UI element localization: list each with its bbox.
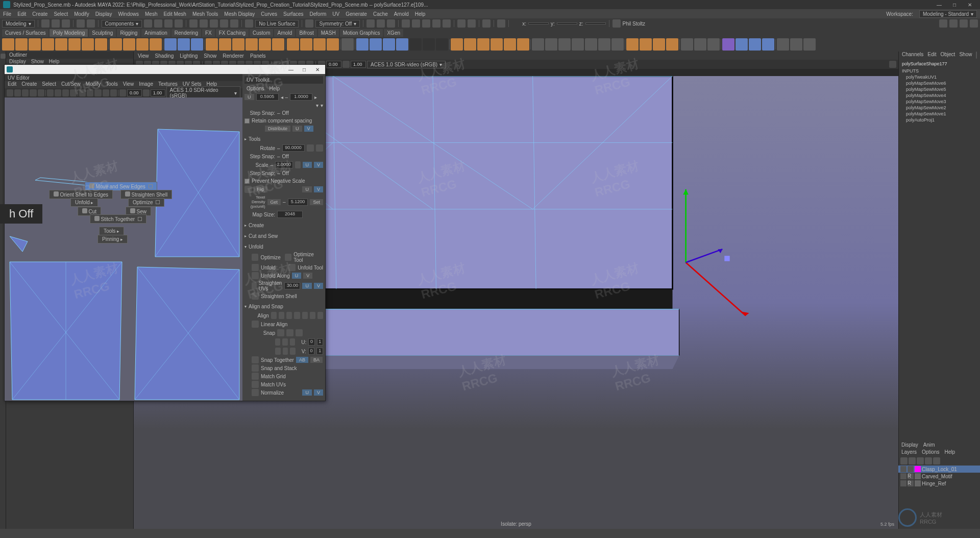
channel-close-icon[interactable] — [976, 52, 977, 59]
shelf-icon[interactable] — [423, 38, 435, 51]
menu-windows[interactable]: Windows — [118, 11, 139, 17]
menu-display[interactable]: Display — [95, 11, 112, 17]
create-section[interactable]: Create — [244, 221, 323, 230]
uvt-menu-item[interactable]: Help — [269, 86, 280, 91]
scale-icon[interactable] — [295, 161, 301, 168]
shelf-icon[interactable] — [558, 38, 571, 51]
shelf-tab[interactable]: Bifrost — [296, 29, 316, 37]
layer-visibility-toggle[interactable] — [900, 466, 906, 472]
uv-tool-icon[interactable] — [62, 89, 69, 96]
ipr-icon[interactable] — [422, 19, 430, 28]
sym-icon[interactable] — [305, 19, 313, 28]
shelf-tab[interactable]: Arnold — [274, 29, 295, 37]
toolbar-right-4[interactable] — [970, 19, 978, 28]
unfold-u-button[interactable]: U — [292, 273, 302, 279]
live-surface-dropdown[interactable]: No Live Surface — [255, 20, 299, 28]
uv-tool-icon[interactable] — [14, 89, 21, 96]
channel-input[interactable]: polyMapSewMove3 — [902, 99, 977, 105]
straighten-shell-button[interactable]: Straighten Shell — [261, 294, 297, 299]
shelf-tab[interactable]: Poly Modeling — [50, 29, 88, 37]
shelf-icon[interactable] — [545, 38, 557, 51]
shelf-icon[interactable] — [178, 38, 190, 51]
shelf-icon[interactable] — [666, 38, 678, 51]
layout-icon-2[interactable] — [468, 19, 476, 28]
tb-icon-c[interactable] — [387, 19, 395, 28]
shelf-icon[interactable] — [2, 38, 14, 51]
layer-row[interactable]: R Hinge_Ref — [898, 480, 980, 487]
shelf-icon[interactable] — [611, 38, 624, 51]
uv-exposure[interactable]: 0.00 — [127, 89, 142, 96]
snap-icon[interactable] — [286, 329, 293, 336]
channel-tab[interactable]: Show — [959, 52, 972, 59]
vp-menu-item[interactable]: View — [138, 53, 149, 59]
z-field[interactable] — [585, 22, 606, 25]
maximize-button[interactable]: □ — [947, 1, 962, 8]
str-v-button[interactable]: V — [314, 283, 323, 289]
menu-create[interactable]: Create — [32, 11, 47, 17]
uv-menu-item[interactable]: Cut/Sew — [61, 81, 81, 88]
optimize-button[interactable]: Optimize — [260, 255, 280, 260]
uv-tool-icon[interactable] — [38, 89, 44, 96]
straighten-uvs-button[interactable]: Straighten UVs — [259, 280, 283, 291]
shelf-tab[interactable]: FX Caching — [216, 29, 249, 37]
channel-input[interactable]: polyMapSewMove6 — [902, 80, 977, 86]
mapsize-field[interactable]: 2048 — [277, 211, 303, 218]
shelf-icon[interactable] — [532, 38, 544, 51]
shelf-icon[interactable] — [341, 38, 354, 51]
align-icon[interactable] — [310, 312, 315, 319]
shelf-icon[interactable] — [464, 38, 476, 51]
menu-mesh-tools[interactable]: Mesh Tools — [192, 11, 218, 17]
layer-visibility-toggle[interactable] — [900, 473, 906, 479]
shelf-icon[interactable] — [150, 38, 162, 51]
shelf-icon[interactable] — [736, 38, 748, 51]
uv-window-titlebar[interactable]: — □ ✕ — [5, 65, 325, 74]
flip-button[interactable]: Flip — [254, 186, 267, 192]
snap-curve-icon[interactable] — [200, 19, 208, 28]
pause-icon[interactable] — [482, 19, 491, 28]
snap-icon[interactable] — [282, 338, 287, 346]
menu-surfaces[interactable]: Surfaces — [283, 11, 303, 17]
layer-tool-icon[interactable] — [900, 457, 908, 464]
shelf-icon[interactable] — [110, 38, 122, 51]
gamma-icon[interactable] — [143, 89, 150, 96]
align-icon[interactable] — [294, 312, 300, 319]
sel-icon-4[interactable] — [175, 19, 183, 28]
scale-field[interactable]: 2.0000 — [275, 161, 293, 168]
distribute-button[interactable]: Distribute — [265, 126, 290, 132]
str-u-button[interactable]: U — [302, 283, 312, 289]
menu-edit[interactable]: Edit — [17, 11, 26, 17]
gamma-field[interactable]: 1.00 — [351, 61, 366, 68]
layout-icon-1[interactable] — [457, 19, 465, 28]
shelf-icon[interactable] — [681, 38, 693, 51]
layer-visibility-toggle[interactable] — [900, 480, 906, 486]
shelf-tab[interactable]: Rigging — [117, 29, 140, 37]
rotate-cw-icon[interactable] — [316, 144, 323, 152]
shelf-icon[interactable] — [762, 38, 774, 51]
minimize-button[interactable]: — — [932, 1, 946, 8]
flip-u-button[interactable]: U — [302, 186, 312, 192]
snap-icon[interactable] — [290, 338, 295, 346]
channel-input[interactable]: polyTweakUV1 — [902, 74, 977, 80]
undo-icon[interactable] — [77, 19, 85, 28]
uv-tool-icon[interactable] — [110, 89, 117, 96]
uv-tool-icon[interactable] — [7, 89, 13, 96]
layer-subtab[interactable]: Options — [922, 449, 939, 456]
shelf-icon[interactable] — [396, 38, 408, 51]
redo-icon[interactable] — [87, 19, 95, 28]
shelf-icon[interactable] — [164, 38, 177, 51]
rotate-ccw-icon[interactable] — [307, 144, 314, 152]
shelf-icon[interactable] — [504, 38, 516, 51]
channel-tab[interactable]: Object — [941, 52, 955, 59]
select-tool-icon[interactable] — [1, 54, 6, 59]
vp-menu-item[interactable]: Panels — [250, 53, 266, 59]
uv-tool-icon[interactable] — [79, 89, 86, 96]
tb-icon-a[interactable] — [366, 19, 375, 28]
uv-menu-item[interactable]: Image — [139, 81, 153, 88]
uv-tool-icon[interactable] — [70, 89, 77, 96]
normalize-button[interactable]: Normalize — [261, 390, 284, 396]
save-scene-icon[interactable] — [62, 19, 70, 28]
uv-menu-item[interactable]: Edit — [8, 81, 16, 88]
shelf-tab[interactable]: FX — [202, 29, 215, 37]
shelf-icon[interactable] — [777, 38, 789, 51]
uv-tool-icon[interactable] — [30, 89, 36, 96]
